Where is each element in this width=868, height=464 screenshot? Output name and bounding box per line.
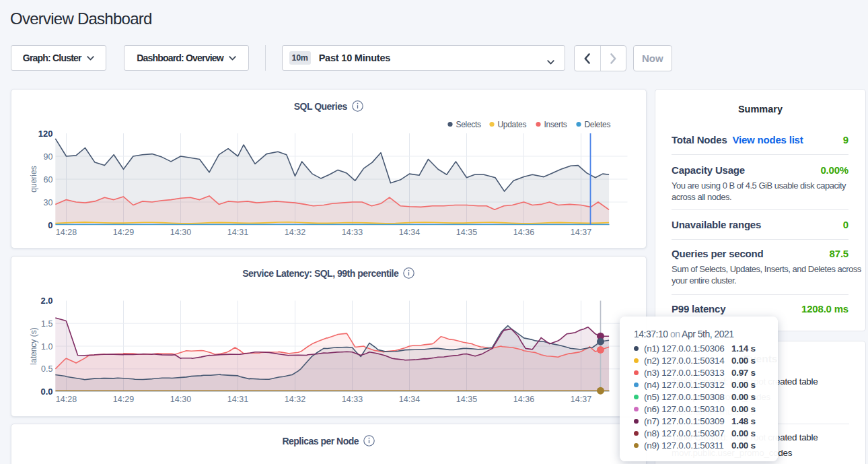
svg-text:14:32: 14:32: [284, 395, 305, 404]
svg-text:latency (s): latency (s): [29, 327, 38, 364]
svg-text:14:28: 14:28: [55, 228, 76, 237]
svg-text:Updates: Updates: [497, 120, 526, 129]
svg-text:14:30: 14:30: [170, 395, 190, 404]
svg-text:120: 120: [38, 129, 52, 139]
svg-text:2.0: 2.0: [40, 296, 52, 306]
svg-text:14:37: 14:37: [570, 228, 591, 237]
svg-text:0.0: 0.0: [40, 387, 52, 397]
svg-text:14:35: 14:35: [456, 395, 476, 404]
svg-text:14:33: 14:33: [341, 395, 362, 404]
svg-text:Selects: Selects: [456, 120, 481, 129]
svg-text:0.5: 0.5: [41, 364, 52, 374]
svg-text:90: 90: [43, 152, 52, 162]
svg-text:Inserts: Inserts: [544, 120, 567, 129]
svg-text:14:30: 14:30: [170, 228, 190, 237]
svg-text:14:29: 14:29: [112, 228, 133, 237]
svg-text:14:31: 14:31: [227, 228, 248, 237]
svg-text:14:29: 14:29: [112, 395, 133, 404]
svg-text:14:28: 14:28: [55, 395, 76, 404]
svg-text:14:34: 14:34: [398, 395, 419, 404]
svg-text:14:36: 14:36: [513, 395, 534, 404]
svg-text:14:33: 14:33: [341, 228, 362, 237]
svg-text:30: 30: [43, 198, 52, 207]
svg-text:60: 60: [43, 175, 52, 185]
svg-text:queries: queries: [29, 166, 38, 192]
svg-text:1.5: 1.5: [41, 319, 52, 328]
svg-text:14:36: 14:36: [513, 228, 534, 237]
svg-text:14:37: 14:37: [570, 395, 591, 404]
svg-text:Deletes: Deletes: [584, 120, 610, 129]
svg-text:14:35: 14:35: [456, 228, 476, 237]
svg-text:0: 0: [48, 220, 52, 230]
svg-text:14:31: 14:31: [227, 395, 248, 404]
svg-text:1.0: 1.0: [41, 341, 52, 351]
svg-text:14:32: 14:32: [284, 228, 305, 237]
svg-text:14:34: 14:34: [398, 228, 419, 237]
